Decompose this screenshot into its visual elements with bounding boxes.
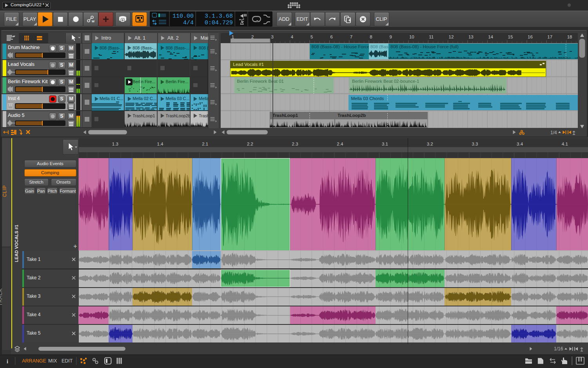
svg-text:ARRANGE: ARRANGE [22, 358, 46, 364]
svg-text:EDIT: EDIT [62, 358, 73, 364]
svg-text:i: i [7, 359, 8, 364]
svg-text:MIX: MIX [48, 358, 57, 364]
